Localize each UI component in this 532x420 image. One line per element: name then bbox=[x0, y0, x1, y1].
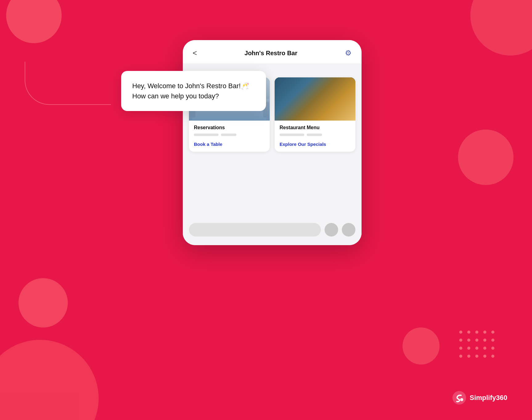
svg-rect-18 bbox=[275, 77, 355, 121]
menu-card-line-1 bbox=[280, 134, 304, 136]
svg-point-35 bbox=[460, 398, 463, 401]
svg-rect-27 bbox=[321, 87, 330, 104]
svg-point-23 bbox=[290, 93, 309, 97]
mic-button[interactable] bbox=[325, 223, 338, 237]
explore-specials-link[interactable]: Explore Our Specials bbox=[280, 140, 350, 147]
welcome-bubble-text: Hey, Welcome to John's Restro Bar!🥂 How … bbox=[132, 82, 249, 100]
card-line-2 bbox=[221, 134, 236, 136]
menu-card-image bbox=[275, 77, 355, 121]
svg-rect-20 bbox=[278, 102, 352, 106]
menu-card-line-2 bbox=[307, 134, 322, 136]
reservations-card-lines bbox=[194, 134, 265, 136]
welcome-bubble: Hey, Welcome to John's Restro Bar!🥂 How … bbox=[121, 71, 266, 111]
menu-card-body: Restaurant Menu Explore Our Specials bbox=[275, 121, 355, 152]
decorative-circle-top-right bbox=[470, 0, 532, 56]
phone-header: < John's Restro Bar ⚙ bbox=[183, 40, 362, 64]
svg-rect-28 bbox=[322, 87, 330, 102]
decorative-dots-grid bbox=[459, 331, 495, 358]
svg-point-31 bbox=[337, 94, 349, 101]
phone-container: Hey, Welcome to John's Restro Bar!🥂 How … bbox=[183, 40, 362, 245]
header-title: John's Restro Bar bbox=[244, 50, 297, 57]
svg-point-30 bbox=[335, 94, 350, 104]
simplify360-icon bbox=[452, 391, 466, 405]
svg-line-32 bbox=[337, 84, 346, 93]
menu-card-title: Restaurant Menu bbox=[280, 125, 350, 130]
decorative-circle-mid-right bbox=[458, 130, 514, 185]
svg-rect-21 bbox=[281, 96, 349, 103]
phone-bottom-bar bbox=[183, 218, 362, 245]
svg-point-24 bbox=[291, 92, 308, 95]
card-line-1 bbox=[194, 134, 219, 136]
menu-card-lines bbox=[280, 134, 350, 136]
back-button[interactable]: < bbox=[193, 49, 197, 57]
brand-logo: Simplify360 bbox=[452, 391, 507, 405]
menu-card[interactable]: Restaurant Menu Explore Our Specials bbox=[275, 77, 355, 152]
message-input[interactable] bbox=[189, 223, 321, 237]
book-table-link[interactable]: Book a Table bbox=[194, 140, 265, 147]
brand-name: Simplify360 bbox=[470, 394, 507, 402]
svg-point-22 bbox=[289, 94, 310, 101]
decorative-circle-top-left bbox=[6, 0, 62, 43]
reservations-card-body: Reservations Book a Table bbox=[189, 121, 270, 152]
decorative-circle-bottom-left-large bbox=[0, 340, 99, 420]
svg-rect-19 bbox=[275, 77, 355, 121]
svg-line-33 bbox=[340, 83, 347, 91]
send-button[interactable] bbox=[342, 223, 355, 237]
decorative-circle-bottom-left-small bbox=[18, 278, 68, 327]
svg-point-25 bbox=[292, 91, 308, 94]
reservations-card-title: Reservations bbox=[194, 125, 265, 130]
decorative-curve-line bbox=[25, 62, 111, 105]
decorative-circle-bottom-right bbox=[403, 327, 440, 364]
svg-point-34 bbox=[452, 391, 466, 405]
gear-icon[interactable]: ⚙ bbox=[345, 49, 352, 57]
svg-point-26 bbox=[291, 89, 308, 93]
